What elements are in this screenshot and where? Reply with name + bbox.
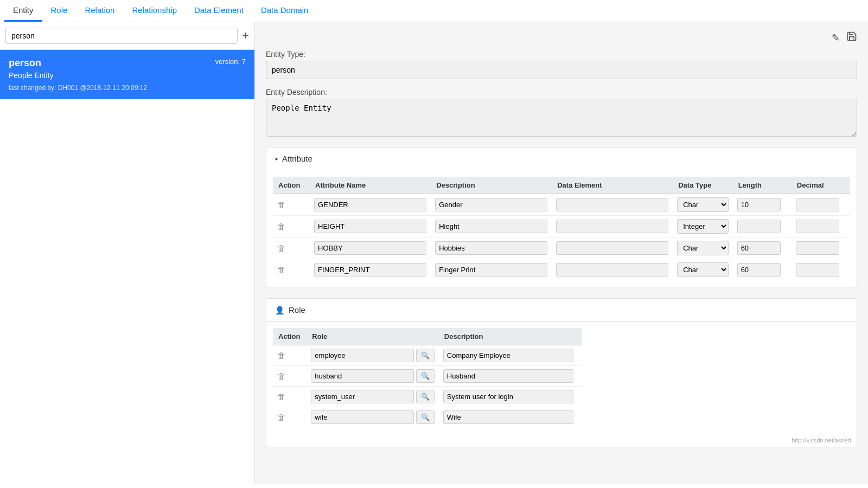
- entity-version: version: 7: [215, 57, 246, 66]
- attr-decimal-cell: [792, 259, 850, 281]
- attr-decimal-cell: [792, 194, 850, 216]
- role-desc-input[interactable]: [443, 369, 573, 383]
- col-action: Action: [273, 177, 310, 194]
- attr-name-input[interactable]: [314, 241, 426, 255]
- delete-attr-button[interactable]: 🗑: [277, 222, 285, 231]
- role-name-input[interactable]: [311, 369, 413, 383]
- attr-length-input[interactable]: [737, 220, 781, 233]
- attr-decimal-input[interactable]: [796, 263, 839, 277]
- role-section-header: 👤 Role: [266, 299, 857, 322]
- content-toolbar: ✎: [266, 31, 857, 44]
- attr-data-element-input[interactable]: [556, 263, 668, 277]
- attr-length-cell: [733, 194, 792, 216]
- attr-length-cell: [733, 259, 792, 281]
- role-action-cell: 🗑: [273, 345, 307, 366]
- role-desc-cell: [439, 387, 582, 407]
- entity-card[interactable]: version: 7 person People Entity last cha…: [0, 50, 254, 99]
- attribute-section-header: ▪ Attribute: [266, 147, 857, 170]
- attribute-table-header: Action Attribute Name Description Data E…: [273, 177, 850, 194]
- tab-data-element[interactable]: Data Element: [186, 0, 252, 22]
- tab-data-domain[interactable]: Data Domain: [252, 0, 317, 22]
- role-desc-input[interactable]: [443, 349, 573, 362]
- attr-data-type-cell: CharIntegerDateBooleanFloat: [673, 259, 732, 281]
- attr-data-type-select[interactable]: CharIntegerDateBooleanFloat: [677, 262, 728, 277]
- role-name-input[interactable]: [311, 410, 413, 424]
- attribute-table: Action Attribute Name Description Data E…: [273, 177, 850, 280]
- role-row: 🗑🔍: [273, 366, 582, 387]
- add-entity-button[interactable]: +: [242, 30, 249, 42]
- role-search-button[interactable]: 🔍: [416, 390, 435, 403]
- delete-attr-button[interactable]: 🗑: [277, 265, 285, 274]
- delete-role-button[interactable]: 🗑: [277, 413, 285, 422]
- attr-desc-input[interactable]: [435, 220, 547, 233]
- entity-desc-section: Entity Description: People Entity: [266, 88, 857, 138]
- entity-desc-input[interactable]: People Entity: [266, 99, 857, 137]
- attr-name-input[interactable]: [314, 198, 426, 211]
- tab-role[interactable]: Role: [42, 0, 76, 22]
- attr-length-cell: [733, 237, 792, 259]
- delete-attr-button[interactable]: 🗑: [277, 243, 285, 253]
- role-row: 🗑🔍: [273, 345, 582, 366]
- role-search-button[interactable]: 🔍: [416, 349, 435, 362]
- search-input[interactable]: [5, 28, 238, 44]
- attr-length-cell: [733, 216, 792, 237]
- attr-length-input[interactable]: [737, 198, 781, 211]
- tab-relation[interactable]: Relation: [76, 0, 123, 22]
- delete-role-button[interactable]: 🗑: [277, 371, 285, 381]
- attr-data-type-select[interactable]: CharIntegerDateBooleanFloat: [677, 197, 728, 212]
- role-search-button[interactable]: 🔍: [416, 410, 435, 424]
- attr-data-element-input[interactable]: [556, 241, 668, 255]
- delete-role-button[interactable]: 🗑: [277, 351, 285, 360]
- attr-decimal-cell: [792, 216, 850, 237]
- role-search-button[interactable]: 🔍: [416, 369, 435, 383]
- attr-data-element-input[interactable]: [556, 220, 668, 233]
- nav-tabs: EntityRoleRelationRelationshipData Eleme…: [0, 0, 868, 22]
- role-table-container: Action Role Description 🗑🔍🗑🔍🗑🔍🗑🔍: [266, 322, 857, 434]
- attr-decimal-input[interactable]: [796, 220, 839, 233]
- col-decimal: Decimal: [792, 177, 850, 194]
- attr-length-input[interactable]: [737, 241, 781, 255]
- role-name-input[interactable]: [311, 390, 413, 403]
- attr-data-type-select[interactable]: CharIntegerDateBooleanFloat: [677, 241, 728, 255]
- attr-length-input[interactable]: [737, 263, 781, 277]
- attr-desc-cell: [431, 194, 552, 216]
- attr-decimal-input[interactable]: [796, 198, 839, 211]
- role-action-cell: 🗑: [273, 407, 307, 428]
- entity-name: person: [9, 57, 246, 69]
- edit-button[interactable]: ✎: [832, 31, 840, 44]
- sidebar-search-row: +: [0, 22, 254, 50]
- attr-decimal-input[interactable]: [796, 241, 839, 255]
- role-row: 🗑🔍: [273, 407, 582, 428]
- entity-type-input[interactable]: [266, 61, 857, 79]
- delete-attr-button[interactable]: 🗑: [277, 200, 285, 209]
- attr-desc-input[interactable]: [435, 263, 547, 277]
- entity-type-section: Entity Type:: [266, 50, 857, 79]
- delete-role-button[interactable]: 🗑: [277, 392, 285, 401]
- save-button[interactable]: [846, 31, 857, 44]
- attr-desc-input[interactable]: [435, 241, 547, 255]
- attr-desc-input[interactable]: [435, 198, 547, 211]
- footer-note: http://v.csdn.net/assert: [266, 434, 857, 447]
- attribute-row: 🗑CharIntegerDateBooleanFloat: [273, 216, 850, 237]
- tab-entity[interactable]: Entity: [4, 0, 42, 22]
- attr-data-type-cell: CharIntegerDateBooleanFloat: [673, 237, 732, 259]
- attribute-section: ▪ Attribute Action Attribute Name Descri…: [266, 147, 857, 287]
- attr-name-input[interactable]: [314, 263, 426, 277]
- col-description: Description: [431, 177, 552, 194]
- attr-name-cell: [310, 194, 431, 216]
- attr-data-type-select[interactable]: CharIntegerDateBooleanFloat: [677, 219, 728, 234]
- role-action-cell: 🗑: [273, 387, 307, 407]
- attr-data-element-cell: [552, 216, 673, 237]
- role-desc-input[interactable]: [443, 410, 573, 424]
- role-desc-input[interactable]: [443, 390, 573, 403]
- attr-data-element-input[interactable]: [556, 198, 668, 211]
- attribute-table-container: Action Attribute Name Description Data E…: [266, 170, 857, 287]
- role-col-description: Description: [439, 328, 582, 345]
- role-name-input[interactable]: [311, 349, 413, 362]
- role-table: Action Role Description 🗑🔍🗑🔍🗑🔍🗑🔍: [273, 328, 582, 427]
- entity-description: People Entity: [9, 71, 246, 80]
- attr-action-cell: 🗑: [273, 216, 310, 237]
- tab-relationship[interactable]: Relationship: [123, 0, 186, 22]
- entity-type-label: Entity Type:: [266, 50, 857, 59]
- attr-name-input[interactable]: [314, 220, 426, 233]
